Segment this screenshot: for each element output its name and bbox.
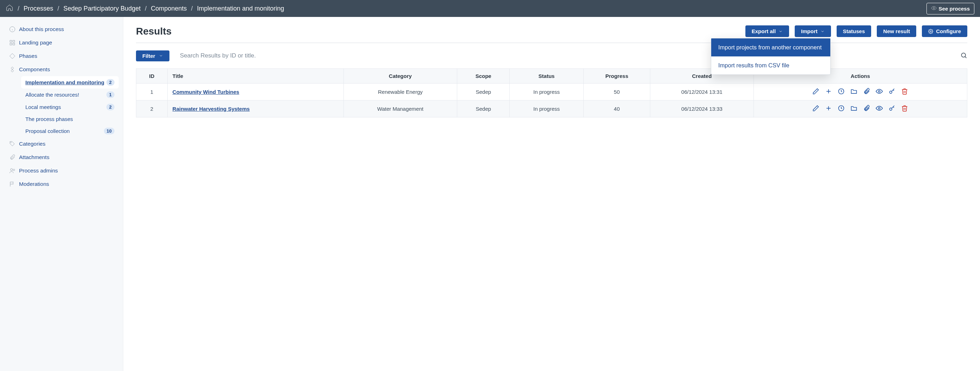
page-title: Results: [136, 26, 172, 37]
info-icon: [9, 26, 16, 32]
sidebar-item-label: Phases: [19, 53, 37, 59]
th-progress: Progress: [583, 69, 650, 83]
sidebar-item-label: Landing page: [19, 40, 52, 46]
plus-icon: [825, 105, 832, 112]
plus-icon: [825, 88, 832, 95]
button-label: Import: [801, 28, 818, 34]
sidebar-sub-label: Proposal collection: [25, 128, 70, 134]
attachment-button[interactable]: [863, 105, 870, 113]
eye-icon: [931, 5, 937, 12]
search-submit-button[interactable]: [960, 52, 967, 60]
permissions-button[interactable]: [888, 88, 896, 96]
import-button[interactable]: Import: [795, 26, 831, 37]
statuses-button[interactable]: Statuses: [837, 26, 872, 37]
result-title-link[interactable]: Rainwater Harvesting Systems: [173, 106, 250, 112]
edit-button[interactable]: [812, 88, 819, 96]
users-icon: [9, 168, 16, 174]
clock-icon: [838, 88, 845, 95]
delete-button[interactable]: [901, 88, 908, 96]
folder-button[interactable]: [850, 105, 858, 113]
sidebar-sub-allocate[interactable]: Allocate the resources! 1: [21, 88, 119, 101]
paperclip-icon: [863, 88, 870, 95]
cell-created: 06/12/2024 13:31: [650, 83, 754, 101]
result-title-link[interactable]: Community Wind Turbines: [173, 89, 240, 95]
timeline-button[interactable]: [838, 105, 845, 113]
breadcrumb-item[interactable]: Implementation and monitoring: [197, 5, 284, 12]
table-header-row: ID Title Category Scope Status Progress …: [136, 69, 967, 83]
pencil-icon: [812, 105, 819, 112]
preview-button[interactable]: [876, 105, 883, 113]
import-dropdown: Import projects from another component I…: [711, 38, 830, 75]
eye-icon: [876, 105, 883, 112]
sidebar-sub-phases[interactable]: The process phases: [21, 113, 119, 125]
key-icon: [888, 105, 896, 112]
edit-button[interactable]: [812, 105, 819, 113]
sidebar-item-admins[interactable]: Process admins: [4, 164, 119, 178]
sidebar-item-landing[interactable]: Landing page: [4, 36, 119, 50]
cell-scope: Sedep: [457, 101, 510, 117]
cell-category: Renewable Energy: [344, 83, 457, 101]
flag-icon: [9, 181, 16, 187]
cell-status: In progress: [510, 101, 584, 117]
new-result-button[interactable]: New result: [877, 26, 916, 37]
sidebar-item-label: Process admins: [19, 168, 58, 174]
sidebar-sub-implementation[interactable]: Implementation and monitoring 2: [21, 76, 119, 88]
configure-button[interactable]: Configure: [922, 26, 967, 37]
sidebar-item-about[interactable]: About this process: [4, 22, 119, 36]
search-input[interactable]: [177, 50, 325, 61]
breadcrumb-item[interactable]: Sedep Participatory Budget: [64, 5, 140, 12]
svg-point-18: [890, 91, 892, 93]
cell-title: Rainwater Harvesting Systems: [167, 101, 344, 117]
diamond-icon: [9, 53, 16, 59]
folder-icon: [850, 88, 858, 95]
component-icon: [9, 66, 16, 73]
breadcrumb-item[interactable]: Components: [151, 5, 187, 12]
chevron-down-icon: [159, 54, 163, 58]
preview-button[interactable]: [876, 88, 883, 96]
dropdown-item-label: Import results from CSV file: [718, 62, 789, 69]
sidebar-item-phases[interactable]: Phases: [4, 50, 119, 63]
svg-point-22: [878, 107, 880, 109]
count-badge: 10: [104, 128, 115, 134]
sidebar-item-components[interactable]: Components: [4, 63, 119, 76]
dropdown-item-label: Import projects from another component: [718, 44, 821, 50]
breadcrumb: / Processes / Sedep Participatory Budget…: [6, 4, 284, 13]
paperclip-icon: [9, 154, 16, 160]
th-status: Status: [510, 69, 584, 83]
sidebar-item-attachments[interactable]: Attachments: [4, 150, 119, 164]
see-process-button[interactable]: See process: [926, 3, 974, 14]
dropdown-item-import-projects[interactable]: Import projects from another component: [711, 38, 830, 56]
filter-button[interactable]: Filter: [136, 50, 169, 61]
folder-button[interactable]: [850, 88, 858, 96]
attachment-button[interactable]: [863, 88, 870, 96]
sidebar-sub-meetings[interactable]: Local meetings 2: [21, 101, 119, 113]
row-actions: [759, 105, 962, 113]
dropdown-item-import-csv[interactable]: Import results from CSV file: [711, 56, 830, 74]
th-category: Category: [344, 69, 457, 83]
table-row: 1 Community Wind Turbines Renewable Ener…: [136, 83, 967, 101]
permissions-button[interactable]: [888, 105, 896, 113]
cell-scope: Sedep: [457, 83, 510, 101]
svg-rect-4: [10, 40, 12, 42]
count-badge: 1: [107, 91, 115, 98]
cell-id: 2: [136, 101, 168, 117]
add-button[interactable]: [825, 88, 832, 96]
sidebar-components-sub: Implementation and monitoring 2 Allocate…: [4, 76, 119, 137]
sidebar-item-categories[interactable]: Categories: [4, 137, 119, 150]
th-scope: Scope: [457, 69, 510, 83]
table-row: 2 Rainwater Harvesting Systems Water Man…: [136, 101, 967, 117]
topbar: / Processes / Sedep Participatory Budget…: [0, 0, 980, 17]
sidebar-sub-proposal[interactable]: Proposal collection 10: [21, 125, 119, 137]
breadcrumb-item[interactable]: Processes: [24, 5, 53, 12]
home-icon[interactable]: [6, 4, 13, 13]
delete-button[interactable]: [901, 105, 908, 113]
breadcrumb-separator: /: [57, 5, 59, 12]
paperclip-icon: [863, 105, 870, 112]
filter-row: Filter: [136, 50, 967, 61]
timeline-button[interactable]: [838, 88, 845, 96]
cell-created: 06/12/2024 13:33: [650, 101, 754, 117]
export-all-button[interactable]: Export all: [745, 26, 789, 37]
add-button[interactable]: [825, 105, 832, 113]
svg-point-10: [13, 169, 15, 171]
sidebar-item-moderations[interactable]: Moderations: [4, 178, 119, 191]
